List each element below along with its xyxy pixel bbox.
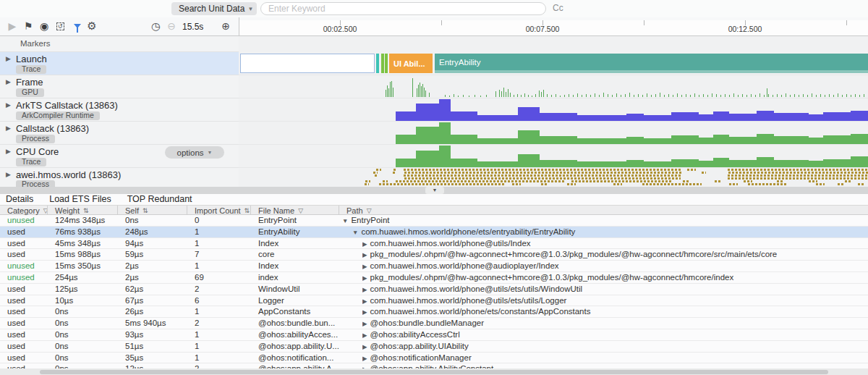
- process-markers-track[interactable]: [239, 168, 868, 187]
- filter-icon[interactable]: ▽: [298, 207, 303, 214]
- keyword-search-input[interactable]: [260, 2, 546, 15]
- process-marker-segment: [404, 172, 683, 174]
- cell-path: ▼EntryPoint: [342, 215, 868, 226]
- column-header-category[interactable]: Category▽: [0, 206, 48, 215]
- expand-arrow-icon[interactable]: ▶: [6, 171, 11, 178]
- launch-strip[interactable]: [381, 54, 384, 73]
- tree-expanded-icon[interactable]: ▼: [342, 217, 348, 224]
- tree-collapsed-icon[interactable]: ▶: [362, 308, 367, 316]
- cpu-core-track[interactable]: [239, 145, 868, 168]
- table-row[interactable]: unused15ms 350µs2µs1Index▶com.huawei.hmo…: [0, 261, 868, 272]
- table-row[interactable]: unused124ms 348µs0ns0EntryPoint▼EntryPoi…: [0, 215, 868, 227]
- entry-ability-span[interactable]: EntryAbility: [435, 54, 868, 73]
- table-row[interactable]: used0ns26µs1AppConstants▶com.huawei.hmos…: [0, 306, 868, 318]
- arkts-callstack-track[interactable]: [239, 98, 868, 122]
- selection-region[interactable]: [240, 54, 375, 73]
- launch-strip[interactable]: [385, 54, 388, 73]
- process-marker-segment: [404, 177, 681, 180]
- tree-collapsed-icon[interactable]: ▶: [362, 286, 367, 293]
- column-header-import-count[interactable]: Import Count⇅: [187, 206, 251, 215]
- sort-icon[interactable]: ⇅: [244, 207, 250, 214]
- play-icon[interactable]: ▶: [6, 20, 19, 33]
- tree-collapsed-icon[interactable]: ▶: [362, 274, 367, 282]
- table-row[interactable]: used0ns5ms 940µs2@ohos:bundle.bun...▶@oh…: [0, 318, 868, 329]
- cell-category: unused: [0, 261, 48, 271]
- settings-gear-icon[interactable]: ⚙: [85, 20, 98, 33]
- gpu-frame-spike: [524, 93, 525, 97]
- sort-icon[interactable]: ⇅: [83, 207, 89, 214]
- expand-arrow-icon[interactable]: ▶: [6, 78, 11, 85]
- tree-collapsed-icon[interactable]: ▶: [362, 251, 367, 258]
- cell-import-count: 1: [187, 238, 251, 249]
- table-row[interactable]: used125µs62µs2WindowUtil▶com.huawei.hmos…: [0, 284, 868, 295]
- table-row[interactable]: used10µs67µs6Logger▶com.huawei.hmos.worl…: [0, 295, 868, 307]
- ui-ability-span[interactable]: UI Abil...: [389, 54, 433, 73]
- goto-circle-icon[interactable]: ◉: [38, 20, 51, 33]
- zoom-in-icon[interactable]: ⊕: [219, 20, 232, 33]
- table-row[interactable]: used15ms 988µs59µs7core▶pkg_modules/.ohp…: [0, 249, 868, 261]
- column-header-path[interactable]: Path▽: [339, 206, 868, 215]
- restore-frame-icon[interactable]: ↺: [54, 20, 67, 33]
- flag-icon[interactable]: ⚑: [22, 20, 35, 33]
- horizontal-scrollbar[interactable]: [0, 368, 868, 375]
- sort-icon[interactable]: ⇅: [142, 207, 148, 214]
- gpu-frame-spike: [703, 94, 704, 97]
- panel-divider-horizontal[interactable]: ▼: [0, 187, 868, 194]
- column-header-self[interactable]: Self⇅: [118, 206, 187, 215]
- track-name: Callstack (13863): [16, 123, 89, 134]
- gpu-frame-spike: [422, 84, 423, 97]
- gpu-frame-track[interactable]: [239, 75, 868, 98]
- tree-collapsed-icon[interactable]: ▶: [362, 332, 367, 339]
- cpu-options-dropdown[interactable]: options ▼: [165, 146, 224, 159]
- tree-collapsed-icon[interactable]: ▶: [362, 355, 367, 362]
- track-arkts-callstack[interactable]: ▶ ArkTS Callstack (13863) ArkCompiler Ru…: [0, 98, 239, 122]
- track-launch[interactable]: ▶ Launch Trace: [0, 52, 239, 75]
- zoom-out-icon[interactable]: ⊖: [165, 20, 178, 33]
- process-marker-segment: [744, 180, 752, 182]
- expand-arrow-icon[interactable]: ▶: [6, 55, 11, 62]
- tab-top-redundant[interactable]: TOP Redundant: [127, 194, 192, 205]
- column-header-file-name[interactable]: File Name▽: [251, 206, 339, 215]
- stopwatch-icon[interactable]: ◷: [149, 20, 162, 33]
- gpu-frame-spike: [820, 94, 821, 97]
- tree-collapsed-icon[interactable]: ▶: [362, 320, 367, 327]
- search-scope-dropdown[interactable]: Search Unit Data ▼: [171, 2, 257, 15]
- tree-collapsed-icon[interactable]: ▶: [362, 240, 367, 248]
- table-row[interactable]: used45ms 348µs94µs1Index▶com.huawei.hmos…: [0, 238, 868, 250]
- expand-arrow-icon[interactable]: ▶: [6, 101, 11, 109]
- table-row[interactable]: used76ms 938µs248µs1EntryAbility▼com.hua…: [0, 227, 868, 238]
- scrollbar-thumb[interactable]: [40, 370, 828, 374]
- gpu-frame-spike: [551, 95, 552, 97]
- tree-collapsed-icon[interactable]: ▶: [362, 263, 367, 270]
- tree-collapsed-icon[interactable]: ▶: [362, 343, 367, 350]
- launch-trace-track[interactable]: UI Abil...EntryAbility: [239, 52, 868, 75]
- launch-strip[interactable]: [376, 54, 379, 73]
- match-case-toggle[interactable]: Cc: [553, 3, 563, 13]
- tree-expanded-icon[interactable]: ▼: [352, 229, 358, 236]
- tab-details[interactable]: Details: [6, 194, 33, 205]
- gpu-frame-spike: [508, 89, 509, 97]
- track-process[interactable]: ▶ awei.hmos.world (13863) Process: [0, 168, 239, 187]
- track-frame[interactable]: ▶ Frame GPU: [0, 75, 239, 98]
- tab-load-ets-files[interactable]: Load ETS Files: [49, 194, 111, 205]
- time-ruler[interactable]: 00:02.50000:07.50000:12.500: [239, 20, 868, 36]
- track-cpu-core[interactable]: ▶ CPU Core Trace options ▼: [0, 145, 239, 168]
- table-row[interactable]: used0ns35µs1@ohos:notification...▶@ohos:…: [0, 353, 868, 364]
- track-callstack[interactable]: ▶ Callstack (13863) Process: [0, 122, 239, 145]
- column-header-weight[interactable]: Weight⇅: [48, 206, 118, 215]
- filter-icon[interactable]: ▽: [367, 207, 372, 214]
- table-row[interactable]: used0ns51µs1@ohos:app.ability.U...▶@ohos…: [0, 341, 868, 353]
- expand-arrow-icon[interactable]: ▶: [6, 125, 11, 132]
- callstack-track[interactable]: [239, 122, 868, 145]
- table-row[interactable]: unused254µs2µs69index▶pkg_modules/.ohpm/…: [0, 272, 868, 284]
- expand-arrow-icon[interactable]: ▶: [6, 148, 11, 155]
- filter-icon[interactable]: [71, 20, 84, 33]
- gpu-frame-spike: [855, 94, 856, 97]
- table-row[interactable]: used0ns93µs1@ohos:abilityAcces...▶@ohos:…: [0, 329, 868, 341]
- track-label-panel: Markers ▶ Launch Trace ▶ Frame GPU ▶ Ark…: [0, 36, 239, 187]
- collapse-handle-icon[interactable]: ▼: [425, 187, 444, 194]
- tree-collapsed-icon[interactable]: ▶: [362, 298, 367, 305]
- ruler-tick: [441, 20, 442, 25]
- process-marker-row: [239, 172, 868, 174]
- process-marker-row: [239, 183, 868, 185]
